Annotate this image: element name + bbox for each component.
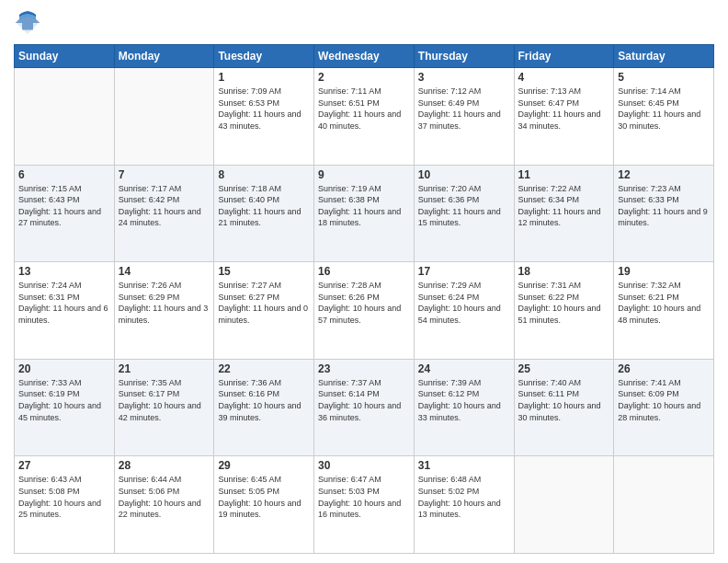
logo-icon: [14, 9, 41, 37]
cell-details: Sunrise: 6:45 AM Sunset: 5:05 PM Dayligh…: [218, 474, 310, 520]
calendar-cell: 25Sunrise: 7:40 AM Sunset: 6:11 PM Dayli…: [514, 359, 614, 456]
day-number: 1: [218, 71, 310, 84]
header: [14, 9, 714, 37]
calendar-cell: 6Sunrise: 7:15 AM Sunset: 6:43 PM Daylig…: [15, 165, 115, 262]
day-number: 4: [518, 71, 610, 84]
calendar-week-row: 13Sunrise: 7:24 AM Sunset: 6:31 PM Dayli…: [15, 262, 714, 360]
day-number: 30: [318, 459, 410, 472]
calendar-cell: 21Sunrise: 7:35 AM Sunset: 6:17 PM Dayli…: [114, 359, 214, 456]
weekday-header-friday: Friday: [514, 45, 614, 68]
calendar-cell: 8Sunrise: 7:18 AM Sunset: 6:40 PM Daylig…: [214, 165, 314, 262]
cell-details: Sunrise: 7:12 AM Sunset: 6:49 PM Dayligh…: [418, 86, 510, 132]
day-number: 20: [18, 362, 110, 375]
weekday-header-row: SundayMondayTuesdayWednesdayThursdayFrid…: [15, 45, 714, 68]
day-number: 19: [618, 265, 710, 278]
calendar-cell: 5Sunrise: 7:14 AM Sunset: 6:45 PM Daylig…: [614, 68, 714, 166]
calendar-cell: 13Sunrise: 7:24 AM Sunset: 6:31 PM Dayli…: [15, 262, 115, 360]
cell-details: Sunrise: 7:29 AM Sunset: 6:24 PM Dayligh…: [418, 280, 510, 326]
cell-details: Sunrise: 7:33 AM Sunset: 6:19 PM Dayligh…: [18, 377, 110, 423]
cell-details: Sunrise: 7:23 AM Sunset: 6:33 PM Dayligh…: [618, 183, 710, 229]
day-number: 9: [318, 168, 410, 181]
calendar-week-row: 20Sunrise: 7:33 AM Sunset: 6:19 PM Dayli…: [15, 359, 714, 456]
page: SundayMondayTuesdayWednesdayThursdayFrid…: [0, 0, 728, 563]
calendar-cell: 2Sunrise: 7:11 AM Sunset: 6:51 PM Daylig…: [314, 68, 415, 166]
calendar-cell: 30Sunrise: 6:47 AM Sunset: 5:03 PM Dayli…: [314, 456, 415, 554]
calendar-week-row: 6Sunrise: 7:15 AM Sunset: 6:43 PM Daylig…: [15, 165, 714, 262]
cell-details: Sunrise: 7:28 AM Sunset: 6:26 PM Dayligh…: [318, 280, 410, 326]
day-number: 12: [618, 168, 710, 181]
cell-details: Sunrise: 7:26 AM Sunset: 6:29 PM Dayligh…: [119, 280, 210, 326]
calendar-cell: 1Sunrise: 7:09 AM Sunset: 6:53 PM Daylig…: [214, 68, 314, 166]
cell-details: Sunrise: 7:37 AM Sunset: 6:14 PM Dayligh…: [318, 377, 410, 423]
cell-details: Sunrise: 7:31 AM Sunset: 6:22 PM Dayligh…: [518, 280, 610, 326]
calendar-cell: 27Sunrise: 6:43 AM Sunset: 5:08 PM Dayli…: [15, 456, 115, 554]
calendar-week-row: 27Sunrise: 6:43 AM Sunset: 5:08 PM Dayli…: [15, 456, 714, 554]
cell-details: Sunrise: 7:11 AM Sunset: 6:51 PM Dayligh…: [318, 86, 410, 132]
calendar-cell: 29Sunrise: 6:45 AM Sunset: 5:05 PM Dayli…: [214, 456, 314, 554]
day-number: 6: [18, 168, 110, 181]
day-number: 3: [418, 71, 510, 84]
calendar-cell: [15, 68, 115, 166]
weekday-header-monday: Monday: [114, 45, 214, 68]
calendar-cell: 24Sunrise: 7:39 AM Sunset: 6:12 PM Dayli…: [414, 359, 514, 456]
day-number: 31: [418, 459, 510, 472]
calendar-week-row: 1Sunrise: 7:09 AM Sunset: 6:53 PM Daylig…: [15, 68, 714, 166]
calendar-cell: 31Sunrise: 6:48 AM Sunset: 5:02 PM Dayli…: [414, 456, 514, 554]
cell-details: Sunrise: 6:44 AM Sunset: 5:06 PM Dayligh…: [119, 474, 210, 520]
cell-details: Sunrise: 7:39 AM Sunset: 6:12 PM Dayligh…: [418, 377, 510, 423]
day-number: 15: [218, 265, 310, 278]
day-number: 22: [218, 362, 310, 375]
cell-details: Sunrise: 6:43 AM Sunset: 5:08 PM Dayligh…: [18, 474, 110, 520]
day-number: 8: [218, 168, 310, 181]
cell-details: Sunrise: 7:40 AM Sunset: 6:11 PM Dayligh…: [518, 377, 610, 423]
day-number: 24: [418, 362, 510, 375]
cell-details: Sunrise: 7:13 AM Sunset: 6:47 PM Dayligh…: [518, 86, 610, 132]
calendar-cell: 10Sunrise: 7:20 AM Sunset: 6:36 PM Dayli…: [414, 165, 514, 262]
calendar-cell: 7Sunrise: 7:17 AM Sunset: 6:42 PM Daylig…: [114, 165, 214, 262]
day-number: 18: [518, 265, 610, 278]
cell-details: Sunrise: 7:17 AM Sunset: 6:42 PM Dayligh…: [119, 183, 210, 229]
calendar-cell: 11Sunrise: 7:22 AM Sunset: 6:34 PM Dayli…: [514, 165, 614, 262]
calendar-cell: [514, 456, 614, 554]
weekday-header-thursday: Thursday: [414, 45, 514, 68]
cell-details: Sunrise: 7:32 AM Sunset: 6:21 PM Dayligh…: [618, 280, 710, 326]
cell-details: Sunrise: 7:27 AM Sunset: 6:27 PM Dayligh…: [218, 280, 310, 326]
day-number: 16: [318, 265, 410, 278]
calendar-cell: [114, 68, 214, 166]
day-number: 26: [618, 362, 710, 375]
calendar-cell: 12Sunrise: 7:23 AM Sunset: 6:33 PM Dayli…: [614, 165, 714, 262]
weekday-header-saturday: Saturday: [614, 45, 714, 68]
cell-details: Sunrise: 7:24 AM Sunset: 6:31 PM Dayligh…: [18, 280, 110, 326]
day-number: 17: [418, 265, 510, 278]
calendar-cell: 4Sunrise: 7:13 AM Sunset: 6:47 PM Daylig…: [514, 68, 614, 166]
calendar-cell: 28Sunrise: 6:44 AM Sunset: 5:06 PM Dayli…: [114, 456, 214, 554]
logo: [14, 9, 45, 37]
cell-details: Sunrise: 6:47 AM Sunset: 5:03 PM Dayligh…: [318, 474, 410, 520]
cell-details: Sunrise: 7:41 AM Sunset: 6:09 PM Dayligh…: [618, 377, 710, 423]
day-number: 13: [18, 265, 110, 278]
cell-details: Sunrise: 7:15 AM Sunset: 6:43 PM Dayligh…: [18, 183, 110, 229]
day-number: 21: [119, 362, 210, 375]
cell-details: Sunrise: 7:36 AM Sunset: 6:16 PM Dayligh…: [218, 377, 310, 423]
cell-details: Sunrise: 7:14 AM Sunset: 6:45 PM Dayligh…: [618, 86, 710, 132]
day-number: 29: [218, 459, 310, 472]
calendar-table: SundayMondayTuesdayWednesdayThursdayFrid…: [14, 44, 714, 554]
day-number: 23: [318, 362, 410, 375]
weekday-header-wednesday: Wednesday: [314, 45, 415, 68]
cell-details: Sunrise: 7:22 AM Sunset: 6:34 PM Dayligh…: [518, 183, 610, 229]
cell-details: Sunrise: 7:18 AM Sunset: 6:40 PM Dayligh…: [218, 183, 310, 229]
cell-details: Sunrise: 7:19 AM Sunset: 6:38 PM Dayligh…: [318, 183, 410, 229]
calendar-cell: 3Sunrise: 7:12 AM Sunset: 6:49 PM Daylig…: [414, 68, 514, 166]
day-number: 2: [318, 71, 410, 84]
calendar-cell: 20Sunrise: 7:33 AM Sunset: 6:19 PM Dayli…: [15, 359, 115, 456]
calendar-cell: 15Sunrise: 7:27 AM Sunset: 6:27 PM Dayli…: [214, 262, 314, 360]
day-number: 10: [418, 168, 510, 181]
calendar-cell: 18Sunrise: 7:31 AM Sunset: 6:22 PM Dayli…: [514, 262, 614, 360]
calendar-cell: 23Sunrise: 7:37 AM Sunset: 6:14 PM Dayli…: [314, 359, 415, 456]
calendar-cell: 17Sunrise: 7:29 AM Sunset: 6:24 PM Dayli…: [414, 262, 514, 360]
weekday-header-tuesday: Tuesday: [214, 45, 314, 68]
calendar-cell: [614, 456, 714, 554]
cell-details: Sunrise: 7:20 AM Sunset: 6:36 PM Dayligh…: [418, 183, 510, 229]
calendar-cell: 16Sunrise: 7:28 AM Sunset: 6:26 PM Dayli…: [314, 262, 415, 360]
calendar-cell: 19Sunrise: 7:32 AM Sunset: 6:21 PM Dayli…: [614, 262, 714, 360]
